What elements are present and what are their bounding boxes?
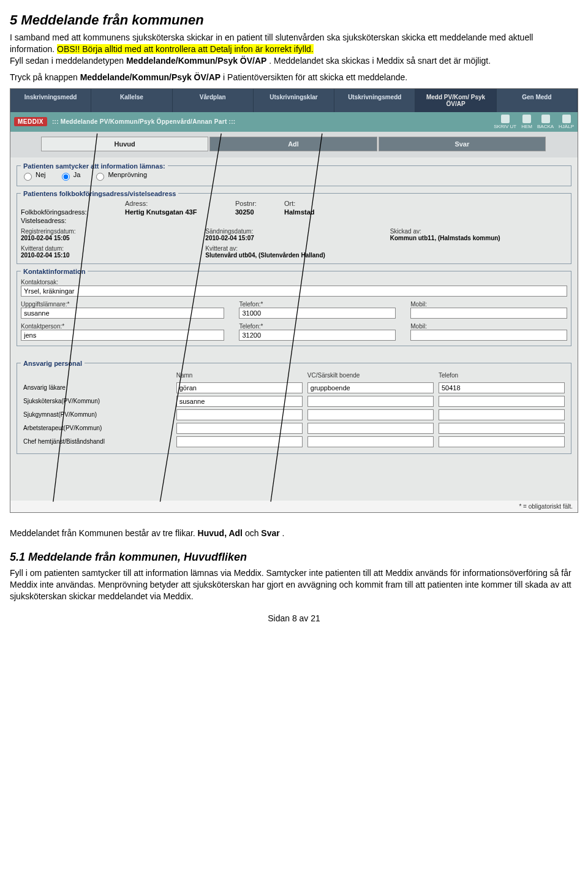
subtab-huvud[interactable]: Huvud bbox=[41, 137, 208, 151]
vc-input[interactable] bbox=[307, 436, 434, 447]
hdr-tel: Telefon bbox=[436, 369, 567, 381]
personnel-fieldset: Ansvarig personal Namn VC/Särskilt boend… bbox=[17, 360, 571, 454]
tel-input[interactable] bbox=[439, 423, 565, 434]
consent-ja[interactable]: Ja bbox=[59, 171, 81, 178]
sent-val: Kommun utb11, (Halmstads kommun) bbox=[390, 235, 567, 241]
role-cell: Arbetsterapeut(PV/Kommun) bbox=[21, 422, 174, 435]
tel-input[interactable] bbox=[439, 409, 565, 420]
role-cell: Sjuksköterska(PV/Kommun) bbox=[21, 395, 174, 408]
kont-input[interactable] bbox=[21, 330, 224, 341]
tab-medd-pv-kom[interactable]: Medd PV/Kom/ Psyk ÖV/AP bbox=[415, 89, 496, 112]
kv-date-lbl: Kvitterat datum: bbox=[21, 245, 198, 252]
preclick-1: Tryck på knappen bbox=[10, 72, 80, 82]
after-text-1: Meddelandet från Kommunen består av tre … bbox=[10, 528, 198, 538]
consent-nej[interactable]: Nej bbox=[21, 171, 46, 178]
app-screenshot: Inskrivningsmedd Kallelse Vårdplan Utskr… bbox=[10, 88, 578, 513]
sent-lbl: Skickad av: bbox=[390, 228, 567, 235]
kv-av-val: Slutenvård utb04, (Slutenvården Halland) bbox=[205, 252, 382, 259]
hdr-namn: Namn bbox=[174, 369, 305, 381]
folk-label: Folkbokföringsadress: bbox=[21, 208, 119, 216]
role-cell: Chef hemtjänst/Biståndshandl bbox=[21, 435, 174, 449]
uppg-mob-lbl: Mobil: bbox=[410, 301, 427, 308]
kont-lbl: Kontaktperson:* bbox=[21, 323, 64, 330]
print-icon[interactable]: SKRIV UT bbox=[494, 115, 516, 129]
tab-vardplan[interactable]: Vårdplan bbox=[173, 89, 254, 112]
uppg-tel-lbl: Telefon:* bbox=[239, 301, 263, 308]
personnel-legend: Ansvarig personal bbox=[21, 360, 85, 367]
preclick-paragraph: Tryck på knappen Meddelande/Kommun/Psyk … bbox=[10, 72, 578, 83]
tel-input[interactable] bbox=[439, 396, 565, 407]
consent-row: Nej Ja Menprövning bbox=[21, 171, 567, 181]
help-icon[interactable]: HJÄLP bbox=[559, 115, 574, 129]
tab-inskrivningsmedd[interactable]: Inskrivningsmedd bbox=[10, 89, 91, 112]
uppg-mob-input[interactable] bbox=[410, 308, 567, 319]
page-number: Sidan 8 av 21 bbox=[10, 613, 578, 623]
home-icon[interactable]: HEM bbox=[521, 115, 532, 129]
folk-postnr: 30250 bbox=[235, 208, 278, 216]
table-row: Ansvarig läkare bbox=[21, 381, 567, 395]
intro-paragraph: I samband med att kommunens sjukskötersk… bbox=[10, 32, 578, 67]
folk-ort: Halmstad bbox=[284, 208, 567, 216]
after-text-2: och bbox=[245, 528, 261, 538]
tel-input[interactable] bbox=[439, 382, 565, 393]
vc-input[interactable] bbox=[307, 382, 434, 393]
table-row: Arbetsterapeut(PV/Kommun) bbox=[21, 422, 567, 435]
hdr-vc: VC/Särskilt boende bbox=[305, 369, 436, 381]
subheading: 5.1 Meddelande från kommunen, Huvudflike… bbox=[10, 551, 578, 564]
obligatory-note: * = obligatoriskt fält. bbox=[10, 501, 578, 512]
table-row: Chef hemtjänst/Biståndshandl bbox=[21, 435, 567, 449]
uppg-tel-input[interactable] bbox=[239, 308, 396, 319]
namn-input[interactable] bbox=[176, 409, 303, 420]
personnel-table: Namn VC/Särskilt boende Telefon Ansvarig… bbox=[21, 369, 567, 449]
uppg-lbl: Uppgiftslämnare:* bbox=[21, 301, 69, 308]
vist-label: Vistelseadress: bbox=[21, 217, 119, 224]
role-cell: Sjukgymnast(PV/Kommun) bbox=[21, 408, 174, 422]
namn-input[interactable] bbox=[176, 436, 303, 447]
panel-body: Patienten samtycker att information lämn… bbox=[10, 157, 578, 501]
subtab-svar[interactable]: Svar bbox=[379, 137, 546, 151]
kv-date-val: 2010-02-04 15:10 bbox=[21, 252, 198, 259]
namn-input[interactable] bbox=[176, 423, 303, 434]
section-heading: 5 Meddelande från kommunen bbox=[10, 12, 578, 28]
uppg-input[interactable] bbox=[21, 308, 224, 319]
meddix-header: MEDDIX ::: Meddelande PV/Kommun/Psyk Öpp… bbox=[10, 112, 578, 132]
tab-gen-medd[interactable]: Gen Medd bbox=[497, 89, 578, 112]
preclick-2: i Patientöversikten för att skicka ett m… bbox=[223, 72, 407, 82]
send-val: 2010-02-04 15:07 bbox=[205, 235, 382, 241]
after-bold-1: Huvud, Adl bbox=[198, 528, 243, 538]
tel-input[interactable] bbox=[439, 436, 565, 447]
subtab-adl[interactable]: Adl bbox=[209, 137, 377, 151]
orsak-lbl: Kontaktorsak: bbox=[21, 279, 567, 286]
kont-mob-input[interactable] bbox=[410, 330, 567, 341]
after-bold-2: Svar bbox=[261, 528, 279, 538]
back-icon[interactable]: BACKA bbox=[537, 115, 554, 129]
table-row: Sjukgymnast(PV/Kommun) bbox=[21, 408, 567, 422]
orsak-input[interactable] bbox=[21, 286, 567, 297]
intro-text-3: . Meddelandet ska skickas i Meddix så sn… bbox=[269, 56, 491, 66]
meddix-icons: SKRIV UT HEM BACKA HJÄLP bbox=[494, 115, 574, 129]
vc-input[interactable] bbox=[307, 409, 434, 420]
after-paragraph: Meddelandet från Kommunen består av tre … bbox=[10, 528, 578, 539]
namn-input[interactable] bbox=[176, 382, 303, 393]
vc-input[interactable] bbox=[307, 423, 434, 434]
intro-highlight: OBS!! Börja alltid med att kontrollera a… bbox=[57, 44, 314, 54]
body-text: Fyll i om patienten samtycker till att i… bbox=[10, 567, 578, 602]
kont-tel-lbl: Telefon:* bbox=[239, 323, 263, 330]
consent-legend: Patienten samtycker att information lämn… bbox=[21, 162, 168, 170]
sub-tabs: Huvud Adl Svar bbox=[10, 132, 578, 157]
contact-fieldset: Kontaktinformation Kontaktorsak: Uppgift… bbox=[17, 268, 571, 346]
intro-text-2: Fyll sedan i meddelandetypen bbox=[10, 56, 126, 66]
tab-kallelse[interactable]: Kallelse bbox=[91, 89, 172, 112]
kv-av-lbl: Kvitterat av: bbox=[205, 245, 382, 252]
consent-menprovning[interactable]: Menprövning bbox=[93, 171, 147, 178]
meddix-title: ::: Meddelande PV/Kommun/Psyk Öppenvård/… bbox=[52, 118, 494, 125]
namn-input[interactable] bbox=[176, 396, 303, 407]
table-row: Sjuksköterska(PV/Kommun) bbox=[21, 395, 567, 408]
tab-utskrivningsklar[interactable]: Utskrivningsklar bbox=[254, 89, 334, 112]
kont-tel-input[interactable] bbox=[239, 330, 396, 341]
hdr-adress: Adress: bbox=[125, 200, 229, 207]
vc-input[interactable] bbox=[307, 396, 434, 407]
folk-adress: Hertig Knutsgatan 43F bbox=[125, 208, 229, 216]
tab-utskrivningsmedd[interactable]: Utskrivningsmedd bbox=[334, 89, 415, 112]
intro-bold-1: Meddelande/Kommun/Psyk ÖV/AP bbox=[126, 56, 267, 66]
